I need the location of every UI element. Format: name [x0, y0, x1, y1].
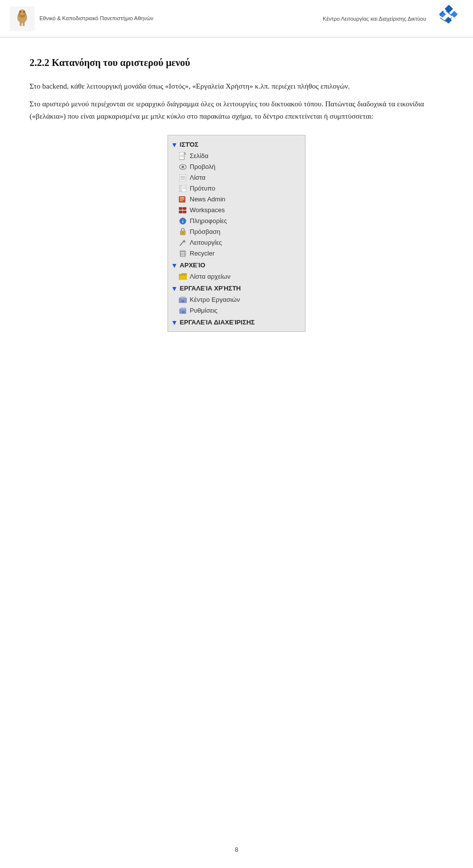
- page-header: Εθνικό & Καποδιστριακό Πανεπιστήμιο Αθην…: [0, 0, 473, 37]
- menu-item-lista[interactable]: Λίστα: [168, 172, 305, 183]
- svg-rect-32: [180, 197, 184, 198]
- menu-item-rythmiseis-label: Ρυθμίσεις: [190, 307, 217, 314]
- list-icon: [179, 174, 187, 182]
- section-ergaleia-diaxeirisis-label: ΕΡΓΑΛΕΊΑ ΔΙΑΧΕΊΡΙΣΗΣ: [180, 319, 255, 326]
- university-logo: [10, 6, 34, 31]
- svg-line-16: [440, 18, 446, 22]
- svg-rect-38: [183, 211, 186, 213]
- menu-item-workspaces[interactable]: Workspaces: [168, 205, 305, 216]
- section-title: 2.2.2 Κατανόηση του αριστερού μενού: [30, 57, 443, 68]
- header-right: Κέντρο Λειτουργίας και Διαχείρισης Δικτύ…: [323, 5, 458, 32]
- arrow-down-icon-4: ▼: [171, 319, 178, 326]
- menu-item-provoli-label: Προβολή: [190, 163, 215, 170]
- header-left: Εθνικό & Καποδιστριακό Πανεπιστήμιο Αθην…: [10, 6, 153, 31]
- page-footer: 8: [0, 846, 473, 853]
- svg-rect-12: [445, 17, 452, 24]
- menu-item-leitourgies[interactable]: Λειτουργίες: [168, 237, 305, 248]
- menu-item-protypo-label: Πρότυπο: [190, 185, 215, 192]
- svg-point-42: [182, 232, 184, 234]
- menu-item-protypo[interactable]: Πρότυπο: [168, 183, 305, 194]
- menu-panel: ▼ ΙΣΤΌΣ Σελίδα: [168, 135, 305, 332]
- lock-icon: [179, 228, 187, 236]
- menu-item-lista-label: Λίστα: [190, 174, 205, 181]
- menu-item-provoli[interactable]: Προβολή: [168, 161, 305, 172]
- svg-rect-8: [432, 6, 457, 31]
- menu-item-prosvasi-label: Πρόσβαση: [190, 228, 220, 235]
- svg-rect-17: [179, 152, 184, 160]
- menu-item-leitourgies-label: Λειτουργίες: [190, 239, 222, 246]
- svg-rect-36: [183, 207, 186, 210]
- menu-section-ergaleia-diaxeirisis[interactable]: ▼ ΕΡΓΑΛΕΊΑ ΔΙΑΧΕΊΡΙΣΗΣ: [168, 316, 305, 328]
- svg-rect-6: [20, 21, 22, 26]
- menu-item-workspaces-label: Workspaces: [190, 206, 225, 214]
- paragraph-1: Στο backend, κάθε λειτουργική μονάδα όπω…: [30, 80, 443, 93]
- page-number: 8: [235, 846, 238, 853]
- settings-icon: [179, 307, 187, 315]
- svg-rect-10: [451, 11, 458, 18]
- svg-line-43: [180, 240, 184, 245]
- section-istos-label: ΙΣΤΌΣ: [180, 141, 199, 148]
- menu-item-lista-arxeion-label: Λίστα αρχείων: [190, 273, 231, 280]
- svg-rect-51: [179, 275, 187, 280]
- menu-section-istos[interactable]: ▼ ΙΣΤΌΣ: [168, 138, 305, 151]
- template-icon: [179, 185, 187, 193]
- svg-rect-33: [180, 199, 184, 200]
- menu-item-selida[interactable]: Σελίδα: [168, 151, 305, 161]
- menu-item-kentro-ergasion-label: Κέντρο Εργασιών: [190, 296, 240, 303]
- info-icon: i: [179, 217, 187, 225]
- menu-item-recycler-label: Recycler: [190, 250, 215, 257]
- paragraph-2: Στο αριστερό μενού περιέχονται σε ιεραρχ…: [30, 98, 443, 123]
- section-arxeio-label: ΑΡΧΕΊΟ: [180, 261, 205, 269]
- svg-rect-47: [180, 251, 186, 252]
- menu-diagram: ▼ ΙΣΤΌΣ Σελίδα: [30, 135, 443, 332]
- university-name: Εθνικό & Καποδιστριακό Πανεπιστήμιο Αθην…: [39, 15, 153, 22]
- svg-point-5: [23, 10, 25, 13]
- svg-text:i: i: [182, 219, 184, 224]
- network-icon: [431, 5, 458, 32]
- arrow-down-icon-2: ▼: [171, 261, 178, 269]
- arrow-down-icon-3: ▼: [171, 285, 178, 292]
- svg-rect-56: [181, 308, 186, 309]
- svg-rect-37: [179, 211, 182, 213]
- eye-icon: [179, 163, 187, 171]
- menu-item-news-admin[interactable]: News Admin: [168, 194, 305, 205]
- svg-rect-54: [181, 300, 184, 302]
- news-icon: [179, 195, 187, 203]
- folder-icon: [179, 273, 187, 281]
- svg-rect-35: [179, 207, 182, 210]
- menu-section-ergaleia-xristi[interactable]: ▼ ΕΡΓΑΛΕΊΑ ΧΡΉΣΤΗ: [168, 282, 305, 294]
- svg-rect-34: [180, 200, 183, 201]
- svg-rect-57: [182, 311, 185, 313]
- workbench-icon: [179, 296, 187, 304]
- menu-item-news-admin-label: News Admin: [190, 195, 225, 203]
- svg-rect-9: [445, 5, 453, 13]
- network-center-name: Κέντρο Λειτουργίας και Διαχείρισης Δικτύ…: [323, 16, 426, 22]
- svg-point-22: [182, 165, 184, 168]
- menu-item-recycler[interactable]: Recycler: [168, 248, 305, 259]
- workspace-icon: [179, 206, 187, 214]
- menu-section-arxeio[interactable]: ▼ ΑΡΧΕΊΟ: [168, 259, 305, 271]
- recycle-icon: [179, 250, 187, 257]
- menu-item-lista-arxeion[interactable]: Λίστα αρχείων: [168, 271, 305, 282]
- menu-item-selida-label: Σελίδα: [190, 152, 208, 160]
- menu-item-prosvasi[interactable]: Πρόσβαση: [168, 226, 305, 237]
- svg-rect-28: [180, 186, 182, 192]
- menu-item-rythmiseis[interactable]: Ρυθμίσεις: [168, 305, 305, 316]
- svg-marker-18: [184, 152, 186, 154]
- svg-point-4: [19, 10, 21, 13]
- pen-icon: [179, 239, 187, 247]
- section-ergaleia-xristi-label: ΕΡΓΑΛΕΊΑ ΧΡΉΣΤΗ: [180, 285, 241, 292]
- svg-rect-7: [23, 21, 25, 26]
- menu-item-plirofories[interactable]: i Πληροφορίες: [168, 216, 305, 226]
- arrow-down-icon: ▼: [171, 141, 178, 149]
- menu-item-kentro-ergasion[interactable]: Κέντρο Εργασιών: [168, 294, 305, 305]
- menu-item-plirofories-label: Πληροφορίες: [190, 217, 227, 225]
- main-content: 2.2.2 Κατανόηση του αριστερού μενού Στο …: [0, 37, 473, 352]
- page-icon: [179, 152, 187, 160]
- svg-rect-53: [180, 297, 185, 298]
